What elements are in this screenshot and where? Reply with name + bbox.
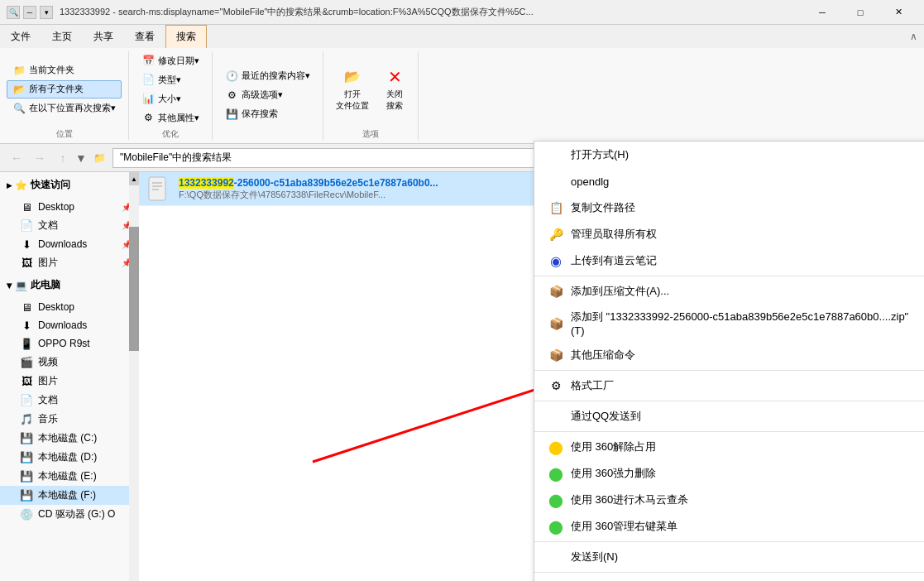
- sidebar-item-docs-pc[interactable]: 📄 文档: [0, 391, 138, 410]
- sidebar-wrapper: ▸ ⭐ 快速访问 🖥 Desktop 📌 📄 文档 📌 ⬇ Downloads: [0, 172, 139, 581]
- btn-size[interactable]: 📊 大小▾: [136, 89, 205, 108]
- sidebar-scroll-thumb[interactable]: [129, 227, 139, 351]
- copy-path-label: 复制文件路径: [571, 200, 917, 215]
- ribbon-content: 📁 当前文件夹 📂 所有子文件夹 🔍 在以下位置再次搜索▾ 位置: [0, 48, 924, 143]
- sidebar-item-oppo[interactable]: 📱 OPPO R9st: [0, 334, 138, 353]
- send-to-label: 发送到(N): [571, 550, 917, 564]
- admin-access-icon: 🔑: [548, 226, 564, 242]
- use-360-unlock-icon: ⬤: [548, 439, 564, 455]
- ribbon-group-options-inner: 📂 打开文件位置 ✕ 关闭搜索: [330, 51, 411, 127]
- btn-search-again[interactable]: 🔍 在以下位置再次搜索▾: [7, 99, 122, 118]
- sidebar-item-disk-g[interactable]: 💿 CD 驱动器 (G:) O: [0, 505, 138, 524]
- btn-advanced-options[interactable]: ⚙ 高级选项▾: [219, 86, 316, 104]
- btn-current-folder[interactable]: 📁 当前文件夹: [7, 61, 122, 79]
- maximize-button[interactable]: □: [841, 0, 879, 25]
- btn-close-search[interactable]: ✕ 关闭搜索: [378, 63, 411, 116]
- tab-home[interactable]: 主页: [41, 25, 83, 48]
- btn-modify-date[interactable]: 📅 修改日期▾: [136, 51, 205, 70]
- recent-locations-button[interactable]: ▼: [76, 148, 86, 168]
- context-item-admin-access[interactable]: 🔑 管理员取得所有权: [534, 221, 924, 247]
- btn-open-file-location[interactable]: 📂 打开文件位置: [330, 63, 375, 116]
- tab-file[interactable]: 文件: [0, 25, 41, 48]
- minimize-button[interactable]: ─: [803, 0, 841, 25]
- quick-access-label: 快速访问: [31, 178, 70, 192]
- sidebar-item-desktop-pc[interactable]: 🖥 Desktop: [0, 298, 138, 316]
- sidebar-item-videos[interactable]: 🎬 视频: [0, 353, 138, 372]
- this-pc-label: 此电脑: [31, 278, 60, 292]
- context-item-upload-youdao[interactable]: ◉ 上传到有道云笔记: [534, 247, 924, 274]
- sidebar-this-pc[interactable]: ▾ 💻 此电脑: [0, 276, 138, 295]
- pictures-quick-label: 图片: [38, 256, 117, 270]
- context-item-send-to[interactable]: 发送到(N): [534, 544, 924, 570]
- context-item-copy-path[interactable]: 📋 复制文件路径: [534, 194, 924, 221]
- send-via-qq-icon: [548, 408, 564, 425]
- sidebar-item-icon: ⭐: [15, 180, 27, 191]
- svg-rect-1: [152, 182, 162, 184]
- context-item-use-360-delete[interactable]: ⬤ 使用 360强力删除: [534, 460, 924, 487]
- sidebar-item-downloads-pc[interactable]: ⬇ Downloads: [0, 316, 138, 334]
- close-button[interactable]: ✕: [879, 0, 917, 25]
- sidebar-quick-access[interactable]: ▸ ⭐ 快速访问: [0, 175, 138, 194]
- context-item-open-with[interactable]: 打开方式(H): [534, 142, 924, 168]
- disk-g-icon: 💿: [20, 508, 33, 521]
- context-item-add-zip-named[interactable]: 📦 添加到 "1332333992-256000-c51aba839b56e2e…: [534, 305, 924, 342]
- title-controls: ─ □ ✕: [803, 0, 917, 25]
- send-to-icon: [548, 549, 564, 565]
- tab-search[interactable]: 搜索: [165, 25, 207, 48]
- docs-quick-icon: 📄: [20, 219, 33, 233]
- location-col: 📁 当前文件夹 📂 所有子文件夹 🔍 在以下位置再次搜索▾: [7, 61, 122, 118]
- context-item-format-factory[interactable]: ⚙ 格式工厂: [534, 372, 924, 399]
- ribbon-collapse-btn[interactable]: ∧: [910, 31, 917, 42]
- btn-type[interactable]: 📄 类型▾: [136, 70, 205, 89]
- sidebar-scroll-track[interactable]: [129, 185, 139, 581]
- back-button[interactable]: ←: [7, 148, 26, 168]
- ribbon: 文件 主页 共享 查看 搜索 ∧ 📁 当前文件夹 📂 所有子文件夹: [0, 25, 924, 144]
- sidebar-item-docs-quick[interactable]: 📄 文档 📌: [0, 216, 138, 235]
- tab-view[interactable]: 查看: [124, 25, 165, 48]
- sidebar-scroll-up[interactable]: ▲: [129, 172, 139, 185]
- context-item-add-zip[interactable]: 📦 添加到压缩文件(A)...: [534, 278, 924, 305]
- context-item-other-compress[interactable]: 📦 其他压缩命令: [534, 342, 924, 368]
- sidebar-item-pictures-pc[interactable]: 🖼 图片: [0, 372, 138, 391]
- group-optimize-label: 优化: [136, 128, 205, 140]
- pictures-pc-icon: 🖼: [20, 375, 33, 388]
- pictures-quick-icon: 🖼: [20, 257, 33, 270]
- up-button[interactable]: ↑: [53, 148, 73, 168]
- disk-f-icon: 💾: [20, 489, 33, 502]
- other-props-icon: ⚙: [141, 111, 155, 124]
- use-360-scan-icon: ⬤: [548, 492, 564, 508]
- sidebar-item-disk-e[interactable]: 💾 本地磁盘 (E:): [0, 467, 138, 486]
- music-label: 音乐: [38, 412, 132, 426]
- context-item-use-360-scan[interactable]: ⬤ 使用 360进行木马云查杀: [534, 487, 924, 513]
- btn-all-subfolders[interactable]: 📂 所有子文件夹: [7, 80, 122, 98]
- title-bar: 🔍 ─ ▾ 1332333992 - search-ms:displayname…: [0, 0, 924, 25]
- ribbon-tabs: 文件 主页 共享 查看 搜索 ∧: [0, 25, 924, 48]
- sidebar-item-downloads-quick[interactable]: ⬇ Downloads 📌: [0, 235, 138, 253]
- downloads-quick-icon: ⬇: [20, 238, 33, 251]
- sidebar-item-desktop-quick[interactable]: 🖥 Desktop 📌: [0, 198, 138, 216]
- context-menu: 打开方式(H) opendlg 📋 复制文件路径 🔑 管理员取得所有权 ◉ 上传…: [534, 141, 924, 581]
- add-zip-named-icon: 📦: [548, 315, 564, 332]
- sidebar-item-disk-c[interactable]: 💾 本地磁盘 (C:): [0, 429, 138, 448]
- btn-recent-search[interactable]: 🕐 最近的搜索内容▾: [219, 67, 316, 85]
- btn-save-search[interactable]: 💾 保存搜索: [219, 105, 316, 123]
- forward-button[interactable]: →: [30, 148, 50, 168]
- context-item-send-via-qq[interactable]: 通过QQ发送到: [534, 403, 924, 430]
- sidebar-scrollbar[interactable]: ▲ ▼: [129, 172, 139, 581]
- upload-youdao-label: 上传到有道云笔记: [571, 253, 917, 268]
- downloads-pc-label: Downloads: [38, 319, 132, 331]
- disk-e-icon: 💾: [20, 470, 33, 483]
- sidebar-item-disk-d[interactable]: 💾 本地磁盘 (D:): [0, 448, 138, 467]
- tab-share[interactable]: 共享: [83, 25, 124, 48]
- separator2: [534, 370, 924, 371]
- context-item-use-360-unlock[interactable]: ⬤ 使用 360解除占用: [534, 434, 924, 460]
- context-item-opendlg[interactable]: opendlg: [534, 168, 924, 194]
- group-location-label: 位置: [7, 128, 122, 140]
- use-360-delete-icon: ⬤: [548, 465, 564, 482]
- sidebar-item-pictures-quick[interactable]: 🖼 图片 📌: [0, 253, 138, 272]
- context-item-cut[interactable]: 剪切(T): [534, 574, 924, 581]
- sidebar-item-disk-f[interactable]: 💾 本地磁盘 (F:): [0, 486, 138, 505]
- btn-other-props[interactable]: ⚙ 其他属性▾: [136, 108, 205, 127]
- context-item-use-360-menu[interactable]: ⬤ 使用 360管理右键菜单: [534, 513, 924, 540]
- sidebar-item-music[interactable]: 🎵 音乐: [0, 410, 138, 429]
